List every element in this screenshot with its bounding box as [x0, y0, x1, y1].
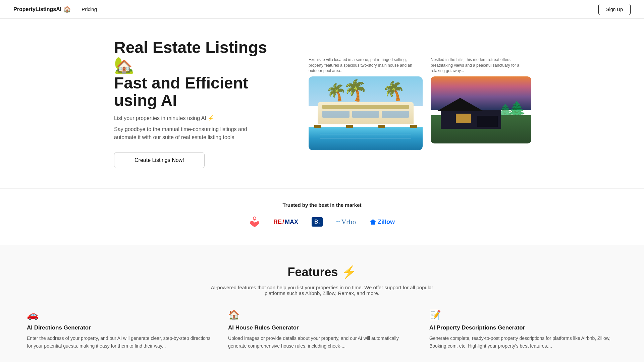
signup-button[interactable]: Sign Up [598, 4, 631, 15]
brand-booking: B. [312, 217, 323, 227]
villa-image: 🌴 🌴 🌴 [309, 76, 423, 150]
rules-desc: Upload images or provide details about y… [228, 335, 416, 350]
rules-icon: 🏠 [228, 309, 416, 320]
pool [309, 127, 423, 150]
navbar: PropertyListingsAI 🏠 Pricing Sign Up [0, 0, 644, 19]
descriptions-desc: Generate complete, ready-to-post propert… [429, 335, 617, 350]
hero-description: Say goodbye to the manual time-consuming… [114, 125, 268, 141]
brand-zillow: Zillow [370, 219, 395, 226]
descriptions-icon: 📝 [429, 309, 617, 320]
airbnb-icon [249, 216, 260, 228]
hero-content: Real Estate Listings 🏡 Fast and Efficien… [114, 39, 288, 168]
features-subtitle: AI-powered features that can help you li… [205, 285, 439, 296]
garage [477, 116, 498, 127]
cta-button[interactable]: Create Listings Now! [114, 152, 205, 168]
cabin-image: 🌲 🌲 [431, 76, 531, 143]
trusted-section: Trusted by the best in the market RE / M… [0, 188, 644, 245]
rules-title: AI House Rules Generator [228, 324, 416, 331]
villa-column: Exquisite villa located in a serene, pal… [309, 57, 423, 150]
directions-icon: 🚗 [27, 309, 215, 320]
brand-airbnb [249, 216, 260, 228]
brand-vrbo: 〜 Vrbo [336, 218, 356, 226]
chairs [314, 122, 417, 128]
palm3: 🌴 [381, 79, 407, 104]
hero-subtitle: List your properties in minutes using AI… [114, 115, 288, 121]
cabin-window [456, 114, 471, 123]
feature-descriptions: 📝 AI Property Descriptions Generator Gen… [429, 309, 617, 350]
roof-detail [322, 105, 409, 109]
brands-row: RE / MAX B. 〜 Vrbo Zillow [13, 216, 631, 228]
pricing-link[interactable]: Pricing [82, 6, 97, 12]
building [318, 102, 414, 124]
hero-title: Real Estate Listings 🏡 Fast and Efficien… [114, 39, 288, 110]
home-icon: 🏠 [63, 6, 71, 13]
directions-title: AI Directions Generator [27, 324, 215, 331]
villa-scene: 🌴 🌴 🌴 [309, 76, 423, 150]
trusted-title: Trusted by the best in the market [13, 202, 631, 208]
cabin-caption: Nestled in the hills, this modern retrea… [431, 57, 531, 74]
nav-left: PropertyListingsAI 🏠 Pricing [13, 6, 97, 13]
hero-images: Exquisite villa located in a serene, pal… [288, 57, 531, 150]
images-grid: Exquisite villa located in a serene, pal… [309, 57, 531, 150]
zillow-icon [370, 219, 376, 225]
cabin-body [441, 110, 501, 129]
features-grid: 🚗 AI Directions Generator Enter the addr… [27, 309, 617, 350]
hero-section: Real Estate Listings 🏡 Fast and Efficien… [87, 19, 557, 188]
cabin-scene: 🌲 🌲 [431, 76, 531, 143]
villa-caption: Exquisite villa located in a serene, pal… [309, 57, 423, 74]
cabin-column: Nestled in the hills, this modern retrea… [431, 57, 531, 143]
directions-desc: Enter the address of your property, and … [27, 335, 215, 350]
descriptions-title: AI Property Descriptions Generator [429, 324, 617, 331]
windows-row [322, 111, 409, 118]
feature-rules: 🏠 AI House Rules Generator Upload images… [228, 309, 416, 350]
features-header: Features ⚡ AI-powered features that can … [27, 265, 617, 296]
brand-logo[interactable]: PropertyListingsAI 🏠 [13, 6, 71, 13]
cabin-roof [437, 98, 484, 111]
feature-directions: 🚗 AI Directions Generator Enter the addr… [27, 309, 215, 350]
features-title: Features ⚡ [27, 265, 617, 279]
brand-name: PropertyListingsAI [13, 6, 61, 12]
brand-remax: RE / MAX [273, 219, 298, 226]
features-section: Features ⚡ AI-powered features that can … [0, 245, 644, 362]
palm2: 🌴 [342, 77, 369, 103]
